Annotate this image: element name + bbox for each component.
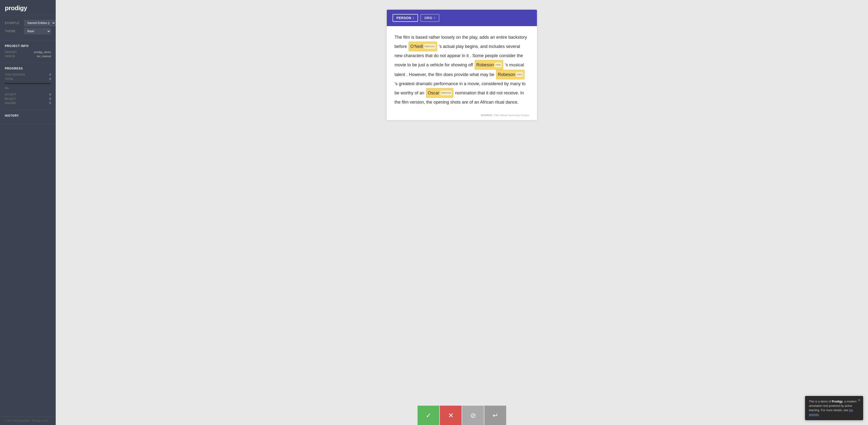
progress-bar-container <box>5 83 51 84</box>
example-select[interactable]: Named Entities (r Named Entities <box>24 20 56 26</box>
org-label-count: 2 <box>434 17 435 19</box>
entity-tag-org-2: ORG <box>516 72 523 77</box>
tooltip-brand: Prodigy <box>832 400 843 403</box>
accept-label: ACCEPT <box>5 93 17 96</box>
ignore-value: 0 <box>50 102 51 104</box>
reject-button[interactable]: ✕ <box>440 406 462 425</box>
ignore-label: IGNORE <box>5 102 16 104</box>
project-info-section: PROJECT INFO DATASET prodigy_demo VIEW I… <box>0 40 56 63</box>
history-section: HISTORY <box>0 110 56 124</box>
person-label-count: 1 <box>413 17 414 19</box>
entity-tag-org-1: ORG <box>495 62 502 67</box>
version: (Prodigy v1.11) <box>32 419 49 422</box>
entity-robeson-1[interactable]: RobesonORG <box>475 60 503 70</box>
reject-value: 0 <box>50 97 51 100</box>
copyright: © 2017-2021 Explosion <box>5 419 30 422</box>
ignore-icon: ⊘ <box>470 412 476 419</box>
main-content: PERSON 1 ORG 2 The film is based rather … <box>56 0 868 425</box>
undo-button[interactable]: ↵ <box>485 406 506 425</box>
dataset-label: DATASET <box>5 51 17 54</box>
total-value: 0 <box>50 77 51 80</box>
dataset-value: prodigy_demo <box>34 51 51 54</box>
accept-icon: ✓ <box>426 412 431 419</box>
tooltip-text-end: . <box>819 413 819 416</box>
action-bar: ✓ ✕ ⊘ ↵ <box>56 406 868 425</box>
card-footer: SOURCE: CMU Movie Summary Corpus <box>387 111 537 120</box>
entity-robeson-2[interactable]: RobesonORG <box>496 70 525 79</box>
theme-label: THEME <box>5 30 22 33</box>
source-label: SOURCE: <box>481 114 493 117</box>
org-label-text: ORG <box>424 16 432 20</box>
entity-tag-person: PERSON <box>424 44 435 49</box>
theme-select[interactable]: Basic Dark Custom <box>24 28 51 34</box>
org-label-button[interactable]: ORG 2 <box>421 14 439 22</box>
history-title: HISTORY <box>5 114 51 118</box>
card-header: PERSON 1 ORG 2 <box>387 10 537 26</box>
progress-title: PROGRESS <box>5 67 51 70</box>
footer: © 2017-2021 Explosion (Prodigy v1.11) <box>0 416 56 425</box>
source-text: CMU Movie Summary Corpus <box>494 114 529 117</box>
sidebar: prodigy EXAMPLE Named Entities (r Named … <box>0 0 56 425</box>
demo-tooltip: ✕ This is a demo of Prodigy, a modern an… <box>805 396 863 420</box>
entity-word: Oscar <box>428 89 439 97</box>
undo-icon: ↵ <box>493 412 498 419</box>
entity-tag-person-2: PERSON <box>440 91 452 95</box>
close-tooltip-button[interactable]: ✕ <box>858 397 861 403</box>
reject-icon: ✕ <box>448 412 454 419</box>
this-session-label: THIS SESSION <box>5 73 25 76</box>
reject-label: REJECT <box>5 97 16 100</box>
tooltip-text-before: This is a demo of <box>809 400 832 403</box>
logo: prodigy <box>5 4 27 11</box>
project-info-title: PROJECT INFO <box>5 44 51 48</box>
view-id-value: ner_manual <box>37 55 51 58</box>
entity-oscar[interactable]: OscarPERSON <box>426 88 454 98</box>
entity-word: Robeson <box>476 61 494 69</box>
accept-button[interactable]: ✓ <box>417 406 439 425</box>
entity-oneill[interactable]: O'NeillPERSON <box>409 42 437 51</box>
this-session-value: 0 <box>50 73 51 76</box>
logo-area: prodigy <box>0 0 56 16</box>
person-label-text: PERSON <box>397 16 411 20</box>
progress-section: PROGRESS THIS SESSION 0 TOTAL 0 0% ACCEP… <box>0 63 56 110</box>
annotation-card: PERSON 1 ORG 2 The film is based rather … <box>387 10 537 120</box>
example-label: EXAMPLE <box>5 21 22 25</box>
person-label-button[interactable]: PERSON 1 <box>393 14 418 22</box>
entity-word: O'Neill <box>410 42 423 51</box>
card-body: The film is based rather loosely on the … <box>387 26 537 111</box>
entity-word: Robeson <box>498 70 515 79</box>
view-id-label: VIEW ID <box>5 55 15 58</box>
ignore-button[interactable]: ⊘ <box>462 406 484 425</box>
accept-value: 0 <box>50 93 51 96</box>
example-section: EXAMPLE Named Entities (r Named Entities… <box>0 16 56 40</box>
total-label: TOTAL <box>5 77 14 80</box>
progress-percent: 0% <box>5 87 9 90</box>
